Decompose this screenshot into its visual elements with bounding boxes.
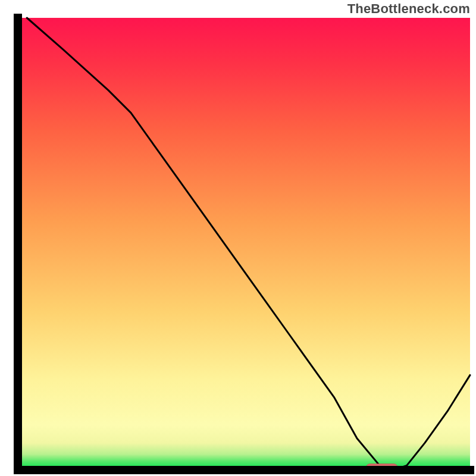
watermark-label: TheBottleneck.com bbox=[347, 1, 470, 17]
plot-background bbox=[18, 18, 470, 470]
chart-svg bbox=[0, 0, 476, 476]
bottleneck-chart: TheBottleneck.com bbox=[0, 0, 476, 476]
